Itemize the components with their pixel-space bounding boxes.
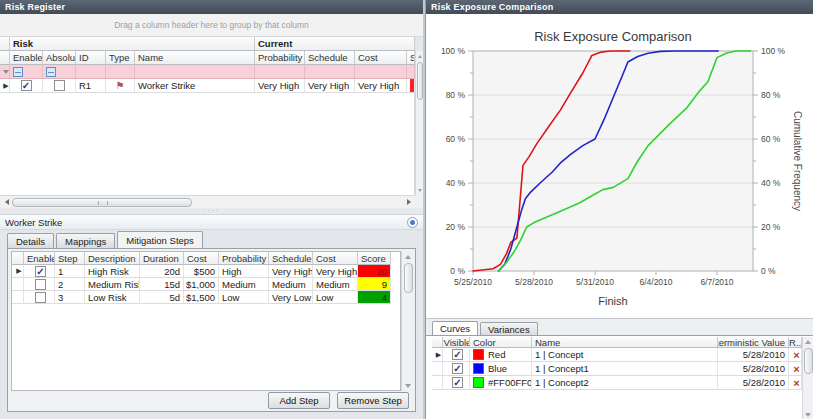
- cell-step: 1: [55, 265, 85, 278]
- visible-checkbox[interactable]: ✓: [452, 377, 463, 388]
- collapse-pin-icon[interactable]: [407, 217, 418, 228]
- current-row-marker-icon: ▶: [3, 82, 8, 90]
- cell-score: 4: [358, 291, 391, 304]
- mitigation-grid-vscrollbar[interactable]: [401, 251, 414, 391]
- filter-cell-enabled[interactable]: [10, 65, 43, 79]
- scroll-right-icon[interactable]: [402, 196, 415, 209]
- cell-absolute: [43, 79, 76, 93]
- y-tick-label-left: 80 %: [446, 90, 466, 100]
- filter-cell-type[interactable]: [106, 65, 135, 79]
- y-tick-label-right: 20 %: [761, 222, 781, 232]
- tab-mappings[interactable]: Mappings: [56, 233, 115, 248]
- remove-curve-icon[interactable]: ×: [793, 364, 799, 374]
- col-header-cost2[interactable]: Cost: [313, 252, 358, 265]
- cell-step: 2: [55, 278, 85, 291]
- col-header-score[interactable]: Sc: [407, 51, 415, 65]
- col-header-remove[interactable]: R...: [789, 337, 802, 348]
- filter-cell-cost[interactable]: [355, 65, 407, 79]
- col-header-absolute[interactable]: Absolu...: [43, 51, 76, 65]
- scroll-up-icon[interactable]: [402, 251, 415, 262]
- cell-score: [407, 79, 415, 93]
- checkbox-filter-icon[interactable]: [46, 67, 56, 77]
- col-header-id[interactable]: ID: [76, 51, 106, 65]
- vscroll-thumb[interactable]: [417, 62, 423, 100]
- scroll-up-icon[interactable]: [803, 337, 813, 347]
- col-header-duration[interactable]: Duration: [140, 252, 184, 265]
- col-header-enabled[interactable]: Enabled: [24, 252, 55, 265]
- cell-cost2: Low: [313, 291, 358, 304]
- col-header-score[interactable]: Score: [358, 252, 391, 265]
- add-step-button[interactable]: Add Step: [268, 392, 330, 409]
- color-swatch[interactable]: [473, 349, 484, 360]
- step-enabled-checkbox[interactable]: ✓: [35, 266, 46, 277]
- filter-cell-id[interactable]: [76, 65, 106, 79]
- risk-grid-vscrollbar[interactable]: [415, 51, 423, 195]
- col-header-step[interactable]: Step: [55, 252, 85, 265]
- tab-mitigation-steps[interactable]: Mitigation Steps: [117, 231, 203, 248]
- mitigation-row-1[interactable]: ▶ ✓ 1 High Risk 20d $500 High Very High …: [12, 265, 400, 278]
- tab-curves[interactable]: Curves: [432, 321, 478, 335]
- filter-cell-schedule[interactable]: [305, 65, 355, 79]
- vscroll-thumb[interactable]: [404, 263, 413, 293]
- col-header-probability[interactable]: Probability: [219, 252, 269, 265]
- checkbox-filter-icon[interactable]: [13, 67, 23, 77]
- step-enabled-checkbox[interactable]: [35, 279, 46, 290]
- enabled-checkbox[interactable]: ✓: [21, 80, 32, 91]
- group-header-current[interactable]: Current: [255, 37, 415, 51]
- curves-grid: Visible Color Name Deterministic Value R…: [432, 337, 802, 390]
- scroll-down-icon[interactable]: [416, 185, 424, 195]
- col-header-cost[interactable]: Cost: [184, 252, 219, 265]
- curves-grid-vscrollbar[interactable]: [802, 337, 813, 419]
- col-header-cost[interactable]: Cost: [355, 51, 407, 65]
- group-header-risk[interactable]: Risk: [10, 37, 255, 51]
- mitigation-row-3[interactable]: 3 Low Risk 5d $1,500 Low Very Low Low 4: [12, 291, 400, 304]
- col-header-enabled[interactable]: Enabled: [10, 51, 43, 65]
- score-chip: [410, 79, 414, 92]
- risk-row-r1[interactable]: ▶ ✓ R1 ⚑ Worker Strike Very High Very Hi…: [0, 79, 423, 93]
- curve-row-blue[interactable]: ✓ Blue 1 | Concept1 5/28/2010 ×: [432, 362, 802, 376]
- tab-details[interactable]: Details: [7, 233, 54, 248]
- col-header-name[interactable]: Name: [532, 337, 718, 348]
- visible-checkbox[interactable]: ✓: [452, 363, 463, 374]
- current-row-marker-icon: ▶: [436, 351, 441, 359]
- cell-name: 1 | Concept1: [532, 362, 718, 376]
- color-swatch[interactable]: [473, 377, 484, 388]
- step-enabled-checkbox[interactable]: [35, 292, 46, 303]
- hscroll-thumb[interactable]: [12, 198, 192, 207]
- col-header-schedule[interactable]: Schedule: [269, 252, 313, 265]
- filter-cell-name[interactable]: [135, 65, 255, 79]
- y-tick-label-right: 80 %: [761, 90, 781, 100]
- cell-deterministic-value: 5/28/2010: [718, 376, 789, 390]
- cell-color: Blue: [470, 362, 532, 376]
- risk-register-title: Risk Register: [5, 2, 65, 12]
- mitigation-row-2[interactable]: 2 Medium Risk 15d $1,000 Medium Medium M…: [12, 278, 400, 291]
- col-header-probability[interactable]: Probability: [255, 51, 305, 65]
- scroll-down-icon[interactable]: [803, 410, 813, 419]
- absolute-checkbox[interactable]: [54, 80, 65, 91]
- filter-cell-absolute[interactable]: [43, 65, 76, 79]
- curve-row-red[interactable]: ▶ ✓ Red 1 | Concept 5/28/2010 ×: [432, 348, 802, 362]
- col-header-color[interactable]: Color: [470, 337, 532, 348]
- col-header-deterministic-value[interactable]: Deterministic Value: [718, 337, 789, 348]
- col-header-type[interactable]: Type: [106, 51, 135, 65]
- scroll-up-icon[interactable]: [416, 51, 424, 61]
- curve-row-green[interactable]: ✓ #FF00FF00 1 | Concept2 5/28/2010 ×: [432, 376, 802, 390]
- tab-variances[interactable]: Variances: [480, 322, 538, 335]
- vscroll-thumb[interactable]: [804, 348, 813, 374]
- cell-score: 9: [358, 278, 391, 291]
- remove-curve-icon[interactable]: ×: [793, 350, 799, 360]
- row-gutter: [432, 362, 443, 376]
- remove-step-button[interactable]: Remove Step: [337, 392, 409, 409]
- remove-curve-icon[interactable]: ×: [793, 378, 799, 388]
- filter-cell-probability[interactable]: [255, 65, 305, 79]
- col-header-visible[interactable]: Visible: [443, 337, 470, 348]
- col-header-description[interactable]: Description: [85, 252, 140, 265]
- col-header-name[interactable]: Name: [135, 51, 255, 65]
- mitigation-grid: Enabled Step Description Duration Cost P…: [11, 251, 401, 391]
- filter-cell-score[interactable]: [407, 65, 415, 79]
- col-header-schedule[interactable]: Schedule: [305, 51, 355, 65]
- visible-checkbox[interactable]: ✓: [452, 349, 463, 360]
- color-swatch[interactable]: [473, 363, 484, 374]
- header-gutter: [0, 51, 10, 65]
- group-by-drop-zone[interactable]: Drag a column header here to group by th…: [0, 14, 423, 37]
